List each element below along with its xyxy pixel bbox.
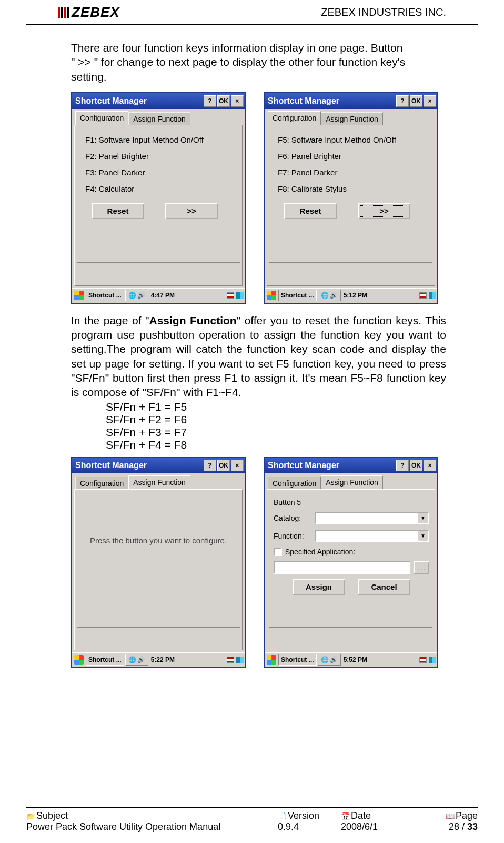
taskbar-app[interactable]: Shortcut ... [86, 654, 124, 666]
titlebar: Shortcut Manager ? OK × [72, 458, 245, 473]
map-row: SF/Fn + F4 = F8 [106, 439, 446, 451]
tray-icons[interactable]: 🌐🔊 [125, 654, 148, 666]
catalog-combo[interactable]: ▼ [315, 512, 429, 524]
tab-body: Press the button you want to configure. [74, 489, 243, 650]
shortcut-dialog-assign-prompt: Shortcut Manager ? OK × Configuration As… [71, 457, 246, 668]
tray-icons[interactable]: 🌐🔊 [125, 290, 148, 301]
tab-configuration[interactable]: Configuration [268, 477, 321, 489]
taskbar-app[interactable]: Shortcut ... [278, 654, 317, 666]
tab-assign-function[interactable]: Assign Function [321, 112, 383, 125]
close-button[interactable]: × [231, 460, 244, 471]
fk-row: F2: Panel Brighter [85, 148, 237, 164]
start-icon[interactable] [267, 291, 276, 300]
tabstrip: Configuration Assign Function [72, 473, 245, 489]
shortcut-dialog-page2: Shortcut Manager ? OK × Configuration As… [264, 92, 438, 304]
taskbar: Shortcut ... 🌐🔊 4:47 PM [72, 288, 245, 303]
titlebar: Shortcut Manager ? OK × [72, 93, 245, 109]
para1-l2: " >> " for change to next page to displa… [71, 56, 405, 68]
tabstrip: Configuration Assign Function [265, 473, 437, 489]
reset-button[interactable]: Reset [284, 203, 337, 219]
dialog-row-2: Shortcut Manager ? OK × Configuration As… [71, 457, 446, 668]
shortcut-dialog-page1: Shortcut Manager ? OK × Configuration As… [71, 92, 246, 304]
map-row: SF/Fn + F3 = F7 [106, 426, 446, 439]
tab-assign-function[interactable]: Assign Function [128, 112, 190, 125]
p2-a: In the page of " [71, 314, 149, 326]
cancel-button[interactable]: Cancel [358, 579, 410, 595]
taskbar-app[interactable]: Shortcut ... [86, 290, 124, 301]
footer-date-value: 2008/6/1 [341, 821, 425, 832]
folder-icon: 📁 [26, 812, 35, 820]
footer-page-label: Page [456, 810, 478, 821]
ok-button[interactable]: OK [410, 460, 422, 471]
reset-button[interactable]: Reset [92, 203, 144, 219]
close-button[interactable]: × [424, 460, 436, 471]
browse-button[interactable]: . . . [414, 561, 429, 574]
net-icon[interactable] [236, 657, 244, 663]
start-icon[interactable] [74, 655, 84, 665]
next-page-button[interactable]: >> [165, 203, 218, 219]
spec-app-path[interactable] [274, 561, 410, 574]
help-button[interactable]: ? [204, 460, 216, 471]
tab-assign-function[interactable]: Assign Function [321, 475, 383, 489]
statusbar [77, 627, 240, 633]
intro-paragraph: There are four function keys information… [71, 41, 446, 84]
dialog-title: Shortcut Manager [268, 96, 395, 106]
tab-configuration[interactable]: Configuration [75, 477, 128, 489]
function-key-list: F1: Software Input Method On/Off F2: Pan… [75, 125, 242, 199]
ok-button[interactable]: OK [410, 95, 422, 107]
fk-row: F8: Calibrate Stylus [278, 181, 429, 197]
tray-icons[interactable]: 🌐🔊 [318, 654, 341, 666]
para1-l1: There are four function keys information… [71, 42, 402, 54]
statusbar [269, 262, 432, 269]
tab-configuration[interactable]: Configuration [268, 111, 321, 125]
tab-assign-function[interactable]: Assign Function [128, 475, 190, 489]
titlebar: Shortcut Manager ? OK × [265, 458, 437, 473]
tray [419, 656, 436, 664]
spec-app-checkbox[interactable] [274, 548, 282, 556]
help-button[interactable]: ? [396, 460, 409, 471]
sip-icon[interactable] [419, 292, 427, 299]
close-button[interactable]: × [424, 95, 436, 107]
tray [227, 292, 244, 300]
net-icon[interactable] [236, 292, 244, 299]
fk-row: F7: Panel Darker [278, 164, 429, 181]
help-button[interactable]: ? [396, 95, 409, 107]
footer-date-label: Date [351, 810, 371, 821]
ok-button[interactable]: OK [217, 460, 230, 471]
fk-row: F5: Software Input Method On/Off [278, 132, 429, 148]
assign-prompt: Press the button you want to configure. [75, 490, 242, 546]
para1-l3: setting. [71, 71, 107, 83]
start-icon[interactable] [267, 655, 276, 665]
tray [227, 656, 244, 664]
fk-row: F3: Panel Darker [85, 164, 237, 181]
next-page-button[interactable]: >> [358, 203, 410, 219]
tab-body: Button 5 Catalog: ▼ Function: ▼ Specifie… [267, 489, 435, 650]
statusbar [269, 627, 432, 633]
page-footer: 📁Subject 📄Version 📅Date 📖Page Power Pack… [26, 807, 478, 832]
dialog-title: Shortcut Manager [75, 461, 203, 470]
start-icon[interactable] [74, 291, 84, 300]
ok-button[interactable]: OK [217, 95, 230, 107]
dialog-title: Shortcut Manager [268, 461, 395, 470]
footer-page-value: 28 / 33 [425, 821, 478, 832]
tray-icons[interactable]: 🌐🔊 [318, 290, 341, 301]
tab-configuration[interactable]: Configuration [75, 111, 128, 125]
help-button[interactable]: ? [204, 95, 216, 107]
sip-icon[interactable] [227, 657, 234, 663]
function-combo[interactable]: ▼ [315, 530, 429, 542]
titlebar: Shortcut Manager ? OK × [265, 93, 437, 109]
tabstrip: Configuration Assign Function [265, 109, 437, 125]
tabstrip: Configuration Assign Function [72, 109, 245, 125]
version-icon: 📄 [278, 812, 287, 820]
close-button[interactable]: × [231, 95, 244, 107]
sip-icon[interactable] [419, 657, 427, 663]
tab-body: F5: Software Input Method On/Off F6: Pan… [267, 125, 435, 286]
sip-icon[interactable] [227, 292, 234, 299]
page-header: ZEBEX ZEBEX INDUSTRIES INC. [26, 0, 478, 25]
clock: 5:22 PM [149, 656, 176, 663]
net-icon[interactable] [429, 292, 436, 299]
p2-b: " offer you to reset the function keys. … [71, 314, 446, 398]
taskbar-app[interactable]: Shortcut ... [278, 290, 317, 301]
assign-button[interactable]: Assign [293, 579, 345, 595]
net-icon[interactable] [429, 657, 436, 663]
